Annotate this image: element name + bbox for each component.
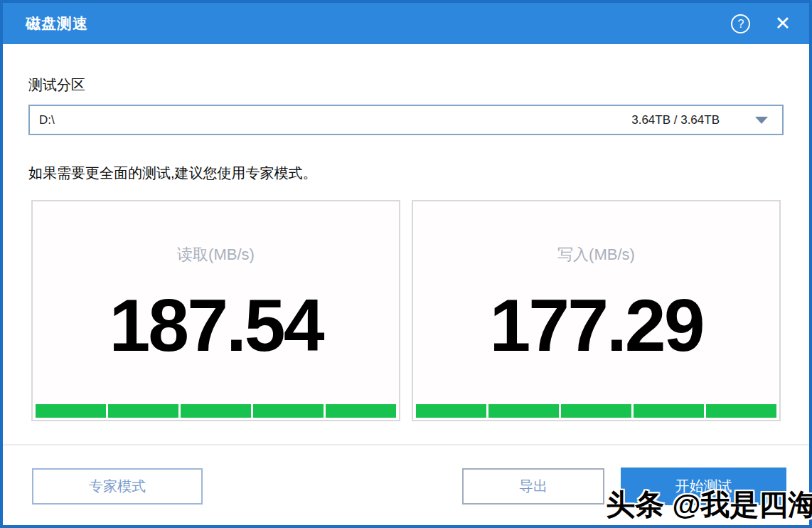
read-progress-bar <box>36 404 396 418</box>
write-speed-value: 177.29 <box>413 288 779 362</box>
progress-segment <box>181 404 251 418</box>
progress-segment <box>36 404 106 418</box>
write-speed-label: 写入(MB/s) <box>413 244 779 265</box>
partition-section-label: 测试分区 <box>28 75 85 95</box>
read-speed-value: 187.54 <box>33 288 399 362</box>
start-test-button[interactable]: 开始测试 <box>621 468 786 505</box>
chevron-down-icon <box>755 117 768 124</box>
read-speed-panel: 读取(MB/s) 187.54 <box>31 200 400 421</box>
footer-divider <box>3 444 809 445</box>
close-icon[interactable]: ✕ <box>774 14 791 33</box>
progress-segment <box>108 404 178 418</box>
partition-capacity: 3.64TB / 3.64TB <box>631 106 720 134</box>
progress-segment <box>706 404 776 418</box>
write-speed-panel: 写入(MB/s) 177.29 <box>412 200 781 421</box>
partition-selected-value: D:\ <box>39 113 55 127</box>
progress-segment <box>253 404 324 418</box>
window-title: 磁盘测速 <box>26 14 88 33</box>
help-icon[interactable]: ? <box>731 14 750 33</box>
title-bar: 磁盘测速 ? ✕ <box>3 3 809 44</box>
progress-segment <box>488 404 559 418</box>
disk-speed-test-window: 磁盘测速 ? ✕ 测试分区 D:\ 3.64TB / 3.64TB 如果需要更全… <box>0 0 812 528</box>
read-speed-label: 读取(MB/s) <box>33 244 399 265</box>
progress-segment <box>561 404 631 418</box>
expert-mode-hint: 如果需要更全面的测试,建议您使用专家模式。 <box>28 164 317 183</box>
partition-dropdown[interactable]: D:\ 3.64TB / 3.64TB <box>28 105 784 135</box>
progress-segment <box>634 404 704 418</box>
progress-segment <box>326 404 396 418</box>
write-progress-bar <box>416 404 776 418</box>
expert-mode-button[interactable]: 专家模式 <box>32 468 203 505</box>
progress-segment <box>416 404 486 418</box>
export-button[interactable]: 导出 <box>462 468 604 505</box>
